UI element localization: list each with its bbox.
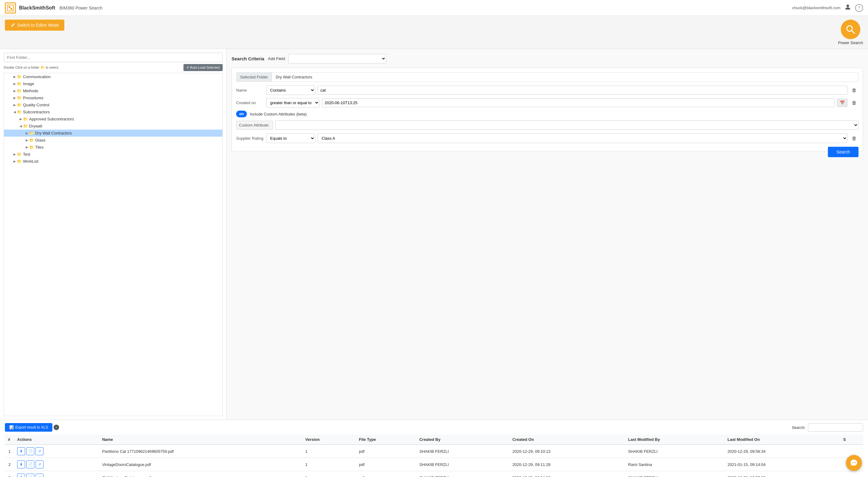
tree-toggle-icon[interactable]: ▶ bbox=[19, 117, 23, 121]
action-view-button[interactable]: 📄 bbox=[26, 460, 34, 469]
chat-button[interactable] bbox=[846, 455, 862, 471]
tree-toggle-icon[interactable]: ▶ bbox=[12, 153, 17, 156]
folder-icon: 📁 bbox=[17, 159, 22, 163]
auto-load-button[interactable]: ✔ Auto-Load Selected bbox=[183, 64, 223, 71]
name-operator-select[interactable]: Contains Equals Starts with bbox=[266, 86, 315, 95]
bottom-toolbar: 📊 Export result to XLS i Search: bbox=[5, 423, 863, 431]
tree-toggle-icon[interactable]: ▶ bbox=[12, 159, 17, 163]
app-subtitle: BIM360 Power Search bbox=[59, 5, 102, 10]
table-search-input[interactable] bbox=[808, 423, 863, 431]
row-created-by: SHAKIB FERZLI bbox=[416, 445, 509, 458]
tree-item[interactable]: ▶ 📁 Image bbox=[4, 80, 222, 87]
created-on-value-input[interactable] bbox=[322, 98, 835, 107]
custom-attr-row: Custom Attribute: bbox=[236, 120, 859, 130]
row-actions: ⬇ 📄 ↗ bbox=[14, 458, 99, 471]
tree-item[interactable]: ▶ 📁 Glass bbox=[4, 137, 222, 144]
add-field-label: Add Field: bbox=[268, 56, 286, 61]
tree-item[interactable]: ▶ 📁 Approved Subcontractors bbox=[4, 116, 222, 123]
row-s bbox=[840, 471, 863, 477]
row-created-by: SHAKIB FERZLI bbox=[416, 458, 509, 471]
tree-item[interactable]: ▶ 📁 WorkList bbox=[4, 158, 222, 165]
tree-toggle-icon[interactable]: ▶ bbox=[12, 75, 17, 79]
tree-item[interactable]: ▶ 📁 Communication bbox=[4, 73, 222, 80]
supplier-rating-value-select[interactable]: Class A Class B Class C bbox=[318, 133, 847, 143]
row-name: Partitions Cat 177109621469605759.pdf bbox=[99, 445, 302, 458]
custom-attr-label: Custom Attribute: bbox=[236, 121, 273, 129]
tree-item[interactable]: ▶ 📁 Test bbox=[4, 151, 222, 158]
export-xls-button[interactable]: 📊 Export result to XLS bbox=[5, 423, 52, 431]
created-on-delete-button[interactable]: 🗑 bbox=[850, 99, 859, 106]
col-last-modified-on: Last Modified On bbox=[724, 435, 840, 445]
action-download-button[interactable]: ⬇ bbox=[17, 474, 25, 477]
col-last-modified-by: Last Modified By bbox=[625, 435, 725, 445]
name-value-input[interactable] bbox=[318, 86, 847, 95]
tree-toggle-icon[interactable]: ▶ bbox=[25, 146, 29, 149]
action-download-button[interactable]: ⬇ bbox=[17, 460, 25, 469]
help-icon[interactable]: ? bbox=[855, 4, 863, 12]
name-delete-button[interactable]: 🗑 bbox=[850, 87, 859, 94]
custom-attr-toggle[interactable]: on bbox=[236, 111, 247, 117]
info-badge[interactable]: i bbox=[54, 425, 59, 430]
add-field-area: Add Field: Name Created on Supplier Rati… bbox=[268, 54, 386, 63]
tree-item[interactable]: ◀ 📁 Subcontractors bbox=[4, 109, 222, 116]
row-number: 2 bbox=[5, 458, 14, 471]
tree-toggle-icon[interactable]: ◀ bbox=[12, 110, 17, 114]
svg-point-3 bbox=[846, 5, 849, 7]
editor-mode-button[interactable]: Switch to Editor Mode bbox=[5, 20, 64, 31]
action-open-button[interactable]: ↗ bbox=[35, 460, 43, 469]
tree-toggle-icon[interactable]: ▶ bbox=[25, 139, 29, 142]
add-field-select[interactable]: Name Created on Supplier Rating bbox=[288, 54, 386, 63]
action-download-button[interactable]: ⬇ bbox=[17, 447, 25, 455]
tree-item[interactable]: ▶ 📁 Quality Control bbox=[4, 101, 222, 109]
created-on-criteria-row: Created on greater than or equal to less… bbox=[236, 98, 859, 108]
power-search-label: Power Search bbox=[838, 40, 863, 45]
table-search-label: Search: bbox=[792, 425, 806, 430]
calendar-button[interactable]: 📅 bbox=[837, 99, 847, 107]
bottom-area: 📊 Export result to XLS i Search: # Actio… bbox=[0, 420, 868, 477]
action-view-button[interactable]: 📄 bbox=[26, 447, 34, 455]
created-on-operator-select[interactable]: greater than or equal to less than or eq… bbox=[266, 98, 319, 108]
search-button[interactable]: Search bbox=[828, 147, 859, 157]
col-created-by: Created By bbox=[416, 435, 509, 445]
supplier-rating-operator-select[interactable]: Equals to Not equals bbox=[266, 133, 315, 143]
tree-item[interactable]: ▶ 📁 Methods bbox=[4, 87, 222, 94]
action-open-button[interactable]: ↗ bbox=[35, 447, 43, 455]
selected-folder-label: Selected Folder bbox=[237, 72, 272, 82]
tree-toggle-icon[interactable]: ▶ bbox=[25, 131, 29, 135]
tree-item[interactable]: ▶ 📁 Dry Wall Contractors bbox=[4, 129, 222, 137]
created-on-label: Created on bbox=[236, 100, 264, 105]
row-created-on: 2020-12-29, 09:10:13 bbox=[509, 445, 625, 458]
row-last-modified-on: 2020-12-29, 09:58:34 bbox=[724, 445, 840, 458]
tree-item[interactable]: ▶ 📁 Tiles bbox=[4, 144, 222, 151]
tree-toggle-icon[interactable]: ▶ bbox=[12, 103, 17, 107]
search-criteria-header: Search Criteria Add Field: Name Created … bbox=[231, 54, 863, 63]
supplier-rating-delete-button[interactable]: 🗑 bbox=[850, 135, 859, 142]
supplier-rating-row: Supplier Rating Equals to Not equals Cla… bbox=[236, 133, 859, 143]
tree-toggle-icon[interactable]: ◀ bbox=[19, 124, 23, 128]
supplier-rating-label: Supplier Rating bbox=[236, 136, 264, 141]
power-search-icon[interactable] bbox=[841, 20, 860, 39]
avatar-icon[interactable] bbox=[844, 3, 851, 12]
include-custom-label: Include Custom Attributes (beta) bbox=[250, 112, 307, 116]
tree-item[interactable]: ◀ 📁 Drywall bbox=[4, 123, 222, 129]
tree-item[interactable]: ▶ 📁 Procedures bbox=[4, 94, 222, 101]
tree-toggle-icon[interactable]: ▶ bbox=[12, 82, 17, 86]
results-table: # Actions Name Version File Type Created… bbox=[5, 435, 863, 477]
table-header: # Actions Name Version File Type Created… bbox=[5, 435, 863, 445]
action-open-button[interactable]: ↗ bbox=[35, 474, 43, 477]
custom-attr-select[interactable] bbox=[275, 120, 859, 130]
col-s: S bbox=[840, 435, 863, 445]
action-view-button[interactable]: 📄 bbox=[26, 474, 34, 477]
find-folder-input[interactable] bbox=[4, 53, 223, 62]
tree-item-label: Test bbox=[23, 152, 30, 156]
col-created-on: Created On bbox=[509, 435, 625, 445]
folder-tree: ▶ 📁 Communication ▶ 📁 Image ▶ 📁 Methods … bbox=[4, 73, 223, 416]
row-file-type: pdf bbox=[356, 458, 416, 471]
app-title: BlackSmithSoft bbox=[19, 5, 55, 11]
tree-item-label: Glass bbox=[35, 138, 45, 143]
tree-toggle-icon[interactable]: ▶ bbox=[12, 89, 17, 92]
svg-rect-2 bbox=[10, 8, 12, 10]
tree-toggle-icon[interactable]: ▶ bbox=[12, 96, 17, 99]
svg-line-5 bbox=[852, 31, 855, 33]
folder-icon: 📁 bbox=[17, 74, 22, 79]
